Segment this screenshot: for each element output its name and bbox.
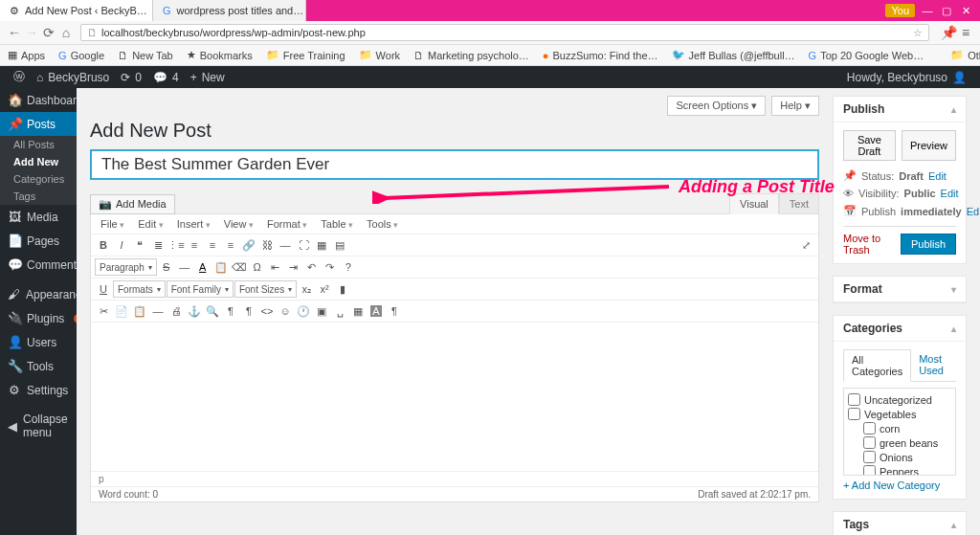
menu-table[interactable]: Table [315,216,359,232]
url-input[interactable]: 🗋localhost/beckybruso/wordpress/wp-admin… [80,24,929,41]
emoticons-icon[interactable]: ☺ [277,302,294,320]
menu-format[interactable]: Format [261,216,313,232]
browser-tab[interactable]: ⚙Add New Post ‹ BeckyB…× [0,0,153,21]
outdent-icon[interactable]: ⇤ [267,258,284,276]
sub-icon[interactable]: x₂ [298,280,315,298]
post-title-input[interactable] [90,149,819,180]
bookmark-item[interactable]: 🐦 Jeff Bullas (@jeffbull… [672,49,795,61]
sidebar-item-plugins[interactable]: 🔌Plugins1 [0,306,77,330]
sidebar-item-comments[interactable]: 💬Comments [0,253,77,277]
category-checkbox[interactable] [863,465,876,476]
screen-options-button[interactable]: Screen Options ▾ [667,96,766,116]
category-checkbox[interactable] [863,422,876,435]
distraction-free-icon[interactable]: ⤢ [797,236,814,254]
text-tab[interactable]: Text [779,193,819,214]
home-icon[interactable]: ⌂ [57,25,75,40]
bookmark-item[interactable]: 🗋 Marketing psycholo… [413,50,529,61]
reload-icon[interactable]: ⟳ [40,25,57,40]
unlink-icon[interactable]: ⛓ [258,236,276,254]
visualblocks-icon[interactable]: ▦ [349,302,367,320]
sidebar-item-appearance[interactable]: 🖌Appearance [0,282,77,306]
tags-box-header[interactable]: Tags▴ [834,512,966,535]
hr-icon[interactable]: — [176,258,193,276]
paste-icon[interactable]: 📋 [131,302,148,320]
updates-link[interactable]: ⟳ 0 [115,71,147,84]
format-select[interactable]: Paragraph [95,258,157,276]
user-badge[interactable]: You [885,4,915,17]
copy-icon[interactable]: 📄 [113,302,130,320]
bold-icon[interactable]: B [95,236,112,254]
visual-tab[interactable]: Visual [729,193,779,214]
sidebar-item-tools[interactable]: 🔧Tools [0,354,77,378]
comments-link[interactable]: 💬 4 [147,71,185,84]
italic-icon[interactable]: I [113,236,130,254]
backcolor-icon[interactable]: ▮ [334,280,351,298]
category-checkbox[interactable] [863,436,876,449]
sidebar-item-pages[interactable]: 📄Pages [0,229,77,253]
charmap-icon[interactable]: Ω [249,258,266,276]
link-icon[interactable]: 🔗 [240,236,257,254]
blockquote-icon[interactable]: ❝ [131,236,148,254]
sidebar-item-posts[interactable]: 📌Posts [0,112,77,136]
forecolor-icon[interactable]: A [368,302,385,320]
format-box-header[interactable]: Format▾ [834,277,966,302]
add-category-link[interactable]: + Add New Category [843,479,956,491]
category-item[interactable]: Vegetables [848,407,951,421]
datetime-icon[interactable]: 🕐 [295,302,312,320]
sidebar-sub-tags[interactable]: Tags [0,188,77,205]
sidebar-item-media[interactable]: 🖼Media [0,205,77,229]
help-icon[interactable]: ? [340,258,357,276]
editor-body[interactable] [91,323,818,471]
ltr-icon[interactable]: ¶ [222,302,239,320]
font-sizes-select[interactable]: Font Sizes [234,280,297,298]
rtl-icon[interactable]: ¶ [240,302,257,320]
maximize-icon[interactable]: ▢ [940,5,953,17]
redo-icon[interactable]: ↷ [322,258,339,276]
anchor-icon[interactable]: ⚓ [186,302,203,320]
indent-icon[interactable]: ⇥ [285,258,302,276]
align-left-icon[interactable]: ≡ [186,236,203,254]
ol-icon[interactable]: ⋮≡ [167,236,185,254]
color-icon[interactable]: A [194,258,212,276]
category-checkbox[interactable] [848,408,860,420]
browser-tab[interactable]: Gwordpress post titles and…× [153,0,306,21]
menu-icon[interactable]: ≡ [957,25,974,40]
search-icon[interactable]: 🔍 [204,302,221,320]
publish-box-header[interactable]: Publish▴ [834,97,966,123]
category-item[interactable]: green beans [848,435,951,450]
sidebar-item-settings[interactable]: ⚙Settings [0,378,77,402]
fullscreen-icon[interactable]: ⛶ [295,236,312,254]
publish-button[interactable]: Publish [901,234,956,255]
cat-tab-used[interactable]: Most Used [911,349,956,381]
category-item[interactable]: Peppers [848,464,951,476]
add-media-button[interactable]: 📷Add Media [90,194,175,214]
minimize-icon[interactable]: — [921,5,934,16]
category-list[interactable]: Uncategorized Vegetables corn green bean… [843,388,956,476]
visualchars-icon[interactable]: ¶ [386,302,403,320]
back-icon[interactable]: ← [6,25,23,40]
align-right-icon[interactable]: ≡ [222,236,239,254]
formats-select[interactable]: Formats [113,280,166,298]
howdy-link[interactable]: Howdy, Beckybruso 👤 [841,71,972,84]
menu-view[interactable]: View [218,216,259,232]
preview-button[interactable]: Preview [902,130,956,161]
sidebar-sub-categories[interactable]: Categories [0,170,77,188]
sidebar-sub-all-posts[interactable]: All Posts [0,136,77,153]
category-checkbox[interactable] [848,393,860,406]
hr2-icon[interactable]: — [149,302,167,320]
clear-format-icon[interactable]: ⌫ [231,258,248,276]
sidebar-sub-add-new[interactable]: Add New [0,153,77,170]
toolbar-toggle-icon[interactable]: ▤ [331,236,348,254]
category-checkbox[interactable] [863,451,876,463]
bookmark-item[interactable]: 📁 Free Training [266,49,345,61]
sup-icon[interactable]: x² [316,280,333,298]
edit-schedule-link[interactable]: Edit [967,206,980,217]
categories-box-header[interactable]: Categories▴ [834,316,966,342]
font-family-select[interactable]: Font Family [167,280,234,298]
menu-edit[interactable]: Edit [132,216,168,232]
paste-text-icon[interactable]: 📋 [212,258,230,276]
media-icon[interactable]: ▣ [313,302,330,320]
apps-icon[interactable]: ▦ Apps [8,49,45,61]
print-icon[interactable]: 🖨 [167,302,185,320]
collapse-menu[interactable]: ◀Collapse menu [0,408,77,444]
